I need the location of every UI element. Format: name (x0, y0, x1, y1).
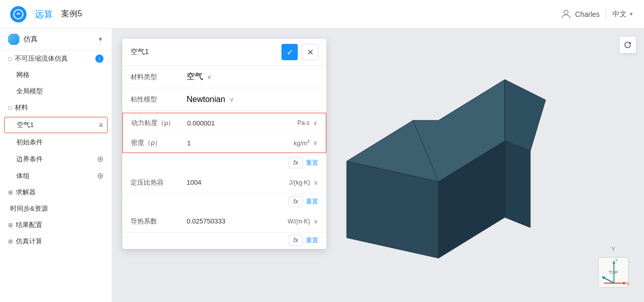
thermal-conductivity-unit[interactable]: W/(m·K) ∨ (288, 218, 318, 225)
main-layout: 仿真 ▼ □ 不可压缩流体仿真 i 网格 全局模型 □ 材料 空气1 ≡ 初始条… (0, 29, 644, 302)
refresh-button[interactable] (620, 37, 636, 53)
specific-heat-unit[interactable]: J/(kg·K) ∨ (289, 179, 318, 186)
fx-button-2[interactable]: fx (289, 196, 303, 207)
caret-icon: ∨ (314, 179, 318, 186)
density-row: 密度（ρ） 1 kg/m3 ∨ (123, 133, 326, 153)
axis-indicator: Y TOP X Y (593, 246, 634, 287)
sidebar-item-result[interactable]: ⊞ 结果配置 (0, 217, 112, 233)
reset-button-2[interactable]: 重置 (306, 197, 318, 206)
topbar-right: Charles 中文 ▼ (560, 8, 634, 20)
caret-icon: ∨ (313, 119, 318, 127)
tree-label: 仿真计算 (16, 237, 104, 246)
svg-point-1 (564, 10, 568, 14)
topbar: 远算 案例5 Charles 中文 ▼ (0, 0, 644, 29)
fx-icon-3: fx (293, 237, 298, 244)
3d-model (286, 59, 581, 263)
confirm-icon: ✓ (287, 47, 293, 57)
lang-label: 中文 (612, 10, 627, 19)
tree-label: 求解器 (16, 188, 104, 197)
content-area: 空气1 ✓ ✕ 材料类型 空气 ∨ (112, 29, 644, 302)
tree-label: 全局模型 (16, 87, 104, 96)
density-unit[interactable]: kg/m3 ∨ (294, 139, 318, 147)
y-axis-label: Y (593, 246, 634, 252)
user-name: Charles (575, 10, 600, 18)
viscosity-model-value[interactable]: Newtonian ∨ (187, 95, 234, 104)
panel-title: 空气1 (131, 47, 149, 57)
thermal-conductivity-label: 导热系数 (131, 217, 187, 226)
add-bodygroup-icon[interactable]: ⊕ (97, 171, 104, 181)
close-button[interactable]: ✕ (302, 44, 318, 60)
viscosity-model-text: Newtonian (187, 95, 225, 104)
confirm-button[interactable]: ✓ (281, 44, 298, 60)
logo-icon (10, 6, 27, 22)
reset-button-3[interactable]: 重置 (306, 236, 318, 245)
viscosity-density-group: 动力粘度（μ） 0.000001 Pa·s ∨ 密度（ρ） 1 kg/m3 (122, 113, 326, 153)
density-unit-text: kg/m3 (294, 139, 310, 147)
sidebar-item-solver[interactable]: ⊞ 求解器 (0, 184, 112, 200)
material-type-value[interactable]: 空气 ∨ (187, 71, 212, 82)
material-type-row: 材料类型 空气 ∨ (122, 66, 326, 88)
sidebar-item-incompressible[interactable]: □ 不可压缩流体仿真 i (0, 51, 112, 67)
sidebar-item-initial[interactable]: 初始条件 (8, 134, 112, 150)
sidebar-item-boundary[interactable]: 边界条件 ⊕ (8, 150, 112, 167)
thermal-conductivity-value[interactable]: 0.025750333 (187, 217, 288, 225)
caret-icon: ∨ (229, 96, 234, 103)
tree-label: 不可压缩流体仿真 (15, 54, 92, 63)
fx-icon-2: fx (293, 198, 298, 205)
svg-marker-5 (505, 141, 530, 228)
fx-button-3[interactable]: fx (289, 235, 303, 246)
density-value[interactable]: 1 (187, 139, 294, 147)
specific-heat-fx-row: fx 重置 (122, 194, 326, 210)
thermal-fx-row: fx 重置 (122, 233, 326, 249)
air1-menu-icon[interactable]: ≡ (99, 121, 103, 129)
tree-label: 材料 (15, 103, 104, 112)
svg-marker-7 (505, 80, 546, 151)
caret-icon: ∨ (207, 73, 212, 81)
info-icon: i (95, 55, 104, 63)
viscosity-model-row: 粘性模型 Newtonian ∨ (122, 88, 326, 111)
user-area[interactable]: Charles (560, 8, 600, 20)
sidebar-header-title: 仿真 (8, 34, 38, 45)
sidebar-item-bodygroup[interactable]: 体组 ⊕ (8, 167, 112, 184)
dynamic-viscosity-value[interactable]: 0.000001 (187, 119, 297, 127)
chevron-down-icon: ▼ (629, 11, 634, 17)
svg-text:Y: Y (615, 258, 618, 263)
sidebar: 仿真 ▼ □ 不可压缩流体仿真 i 网格 全局模型 □ 材料 空气1 ≡ 初始条… (0, 29, 112, 302)
tree-label: 边界条件 (16, 155, 97, 164)
user-avatar-icon (560, 8, 572, 20)
viscosity-fx-row: fx 重置 (122, 155, 326, 171)
add-boundary-icon[interactable]: ⊕ (97, 154, 104, 164)
sidebar-item-simcompute[interactable]: ⊞ 仿真计算 (0, 233, 112, 249)
caret-icon: ∨ (313, 139, 318, 146)
expand-icon: ⊞ (8, 189, 13, 196)
sidebar-item-timestep[interactable]: 时间步&资源 (0, 200, 112, 217)
tree-label: 时间步&资源 (8, 204, 104, 213)
expand-icon: □ (8, 56, 12, 62)
material-type-text: 空气 (187, 71, 203, 82)
sidebar-item-material[interactable]: □ 材料 (0, 99, 112, 116)
sim-cube-icon (8, 34, 19, 45)
expand-icon: ⊞ (8, 222, 13, 229)
topbar-left: 远算 案例5 (10, 6, 82, 22)
sidebar-item-mesh[interactable]: 网格 (8, 67, 112, 83)
reset-button-1[interactable]: 重置 (306, 159, 318, 167)
axis-box: TOP X Y (598, 257, 629, 288)
tree-label: 体组 (16, 171, 97, 181)
sidebar-collapse-icon[interactable]: ▼ (97, 36, 104, 43)
expand-icon: ⊞ (8, 238, 13, 245)
sidebar-item-global-model[interactable]: 全局模型 (8, 83, 112, 99)
sidebar-header: 仿真 ▼ (0, 29, 112, 51)
viscosity-model-label: 粘性模型 (131, 95, 187, 104)
specific-heat-unit-text: J/(kg·K) (289, 179, 310, 186)
material-type-label: 材料类型 (131, 72, 187, 82)
dynamic-viscosity-unit[interactable]: Pa·s ∨ (297, 119, 318, 127)
sidebar-item-air1[interactable]: 空气1 ≡ (4, 117, 108, 133)
specific-heat-value[interactable]: 1004 (187, 179, 289, 186)
dynamic-viscosity-unit-text: Pa·s (297, 119, 310, 127)
dynamic-viscosity-row: 动力粘度（μ） 0.000001 Pa·s ∨ (123, 113, 326, 133)
material-panel: 空气1 ✓ ✕ 材料类型 空气 ∨ (122, 39, 326, 249)
panel-body: 材料类型 空气 ∨ 粘性模型 Newtonian ∨ (122, 66, 326, 249)
lang-selector[interactable]: 中文 ▼ (612, 10, 634, 19)
fx-icon-1: fx (293, 159, 298, 166)
fx-button-1[interactable]: fx (289, 157, 303, 168)
